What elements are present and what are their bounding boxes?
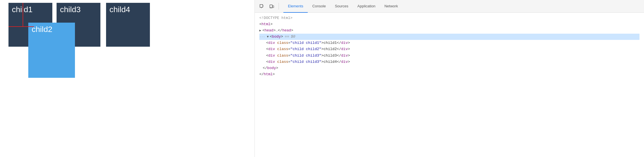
svg-rect-0 xyxy=(260,5,263,7)
child3-label: child3 xyxy=(60,5,81,14)
red-line-vertical xyxy=(23,3,23,27)
code-doctype: <!DOCTYPE html> xyxy=(259,15,639,21)
red-line-horizontal xyxy=(8,26,34,27)
svg-rect-4 xyxy=(273,6,274,8)
demo-child2: child2 xyxy=(28,23,75,78)
devtools-tabs: Elements Console Sources Application Net… xyxy=(283,0,642,13)
toolbar-separator xyxy=(279,3,279,10)
code-body-close: </body> xyxy=(259,65,639,71)
code-head: ▶ <head>…</head> xyxy=(259,27,639,34)
devtools-panel: Elements Console Sources Application Net… xyxy=(255,0,644,157)
device-toggle-button[interactable] xyxy=(267,2,276,11)
child4-label: child4 xyxy=(109,5,130,14)
tab-console[interactable]: Console xyxy=(308,0,330,13)
code-div-child2[interactable]: <div class="child child2" >child2</div> xyxy=(259,46,639,52)
devtools-code-content: <!DOCTYPE html> <html> ▶ <head>…</head> … xyxy=(255,13,644,157)
inspect-element-button[interactable] xyxy=(257,2,266,11)
tab-application[interactable]: Application xyxy=(353,0,380,13)
demo-child4: child4 xyxy=(106,3,150,47)
child1-label: child1 xyxy=(12,5,33,14)
code-div-child4[interactable]: <div class="child child3" >child4</div> xyxy=(259,59,639,65)
devtools-toolbar: Elements Console Sources Application Net… xyxy=(255,0,644,13)
code-html-open: <html> xyxy=(259,21,639,27)
tab-elements[interactable]: Elements xyxy=(283,0,308,13)
code-body-open[interactable]: ··· ▼ <body> == $0 xyxy=(259,34,639,40)
tab-network[interactable]: Network xyxy=(380,0,402,13)
code-div-child1[interactable]: <div class="child child1" >child1</div> xyxy=(259,40,639,46)
tab-sources[interactable]: Sources xyxy=(330,0,353,13)
code-html-close: </html> xyxy=(259,71,639,78)
child2-label: child2 xyxy=(32,25,52,34)
demo-panel: child1 child2 child3 child4 xyxy=(0,0,255,157)
code-div-child3[interactable]: <div class="child child3" >child3</div> xyxy=(259,53,639,59)
